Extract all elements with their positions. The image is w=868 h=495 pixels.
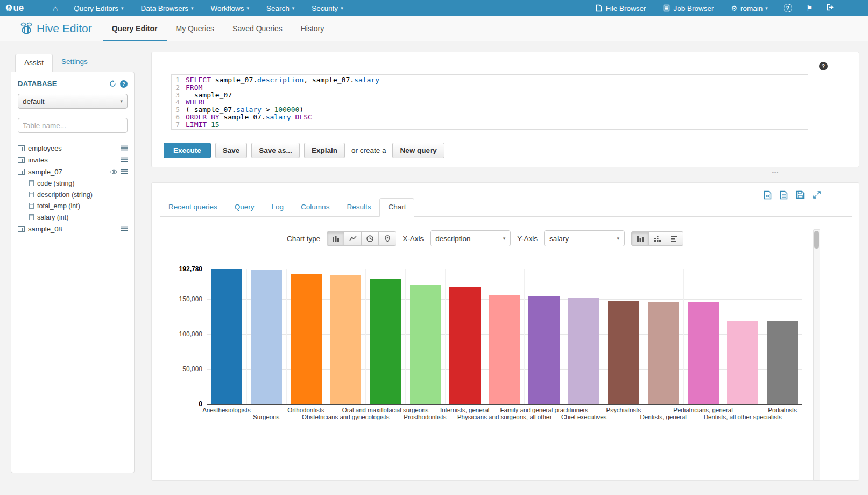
table-menu-icon[interactable]	[121, 169, 128, 174]
chart-bar[interactable]	[767, 321, 798, 404]
table-filter-input[interactable]	[18, 118, 128, 133]
table-row[interactable]: employees	[18, 142, 128, 154]
sql-token: DESC	[291, 113, 312, 121]
column-icon	[29, 214, 34, 220]
column-row[interactable]: description (string)	[18, 189, 128, 200]
tab-my-queries[interactable]: My Queries	[167, 16, 224, 41]
page-title: Hive Editor	[37, 22, 92, 35]
y-axis-tick-label: 50,000	[152, 365, 202, 373]
chart-bar[interactable]	[211, 269, 242, 404]
hue-hive-editor-app: ⚙ue ⌂ Query Editors ▾ Data Browsers ▾ Wo…	[0, 0, 868, 495]
table-name: sample_07	[28, 168, 62, 176]
help-icon[interactable]: ?	[120, 80, 128, 88]
chart-bar[interactable]	[449, 287, 481, 404]
download-csv-icon[interactable]	[780, 190, 788, 200]
table-list: employeesinvitessample_07code (string)de…	[18, 142, 128, 235]
code-line: 2FROM	[172, 84, 808, 91]
gridline-vertical	[524, 269, 525, 404]
results-scrollbar[interactable]	[813, 229, 820, 481]
chart-bar[interactable]	[410, 285, 441, 404]
execute-button[interactable]: Execute	[164, 143, 211, 158]
explain-button[interactable]: Explain	[304, 143, 345, 158]
table-menu-icon[interactable]	[121, 157, 128, 162]
code-line: 3 sample_07	[172, 91, 808, 99]
code-text: ORDER BY sample_07.salary DESC	[184, 114, 312, 121]
chart-bar[interactable]	[370, 279, 401, 404]
sql-token: sample_07.	[211, 76, 257, 84]
sql-token: ORDER BY	[186, 113, 220, 121]
feedback-button[interactable]: ⚑	[799, 0, 820, 16]
clipboard-icon	[663, 4, 670, 12]
tab-settings[interactable]: Settings	[53, 53, 96, 72]
menu-label: Data Browsers	[140, 4, 188, 12]
table-row[interactable]: sample_07	[18, 166, 128, 178]
table-menu-icon[interactable]	[121, 145, 128, 151]
download-excel-icon[interactable]	[764, 190, 772, 200]
menu-workflows[interactable]: Workflows ▾	[202, 0, 258, 16]
gridline-vertical	[644, 269, 644, 404]
tab-query-editor[interactable]: Query Editor	[103, 16, 167, 41]
column-row[interactable]: total_emp (int)	[18, 200, 128, 211]
chevron-down-icon: ▾	[292, 5, 295, 11]
editor-help-icon[interactable]: ?	[819, 62, 828, 70]
job-browser-button[interactable]: Job Browser	[654, 0, 722, 16]
home-button[interactable]: ⌂	[45, 4, 65, 13]
chart-bar[interactable]	[291, 274, 322, 404]
chart-bar[interactable]	[251, 270, 282, 404]
database-select[interactable]: default ▾	[18, 94, 128, 109]
chart-bar[interactable]	[330, 275, 361, 404]
expand-results-icon[interactable]	[813, 190, 821, 200]
chart-bar[interactable]	[528, 296, 560, 404]
panel-resize-handle[interactable]: •••	[761, 170, 790, 175]
x-axis-line	[207, 404, 802, 405]
column-row[interactable]: code (string)	[18, 178, 128, 189]
logout-button[interactable]	[820, 0, 841, 16]
tab-saved-queries[interactable]: Saved Queries	[223, 16, 292, 41]
column-row[interactable]: salary (int)	[18, 211, 128, 223]
new-query-button[interactable]: New query	[392, 143, 444, 158]
chart-bar[interactable]	[489, 295, 520, 404]
column-icon	[29, 192, 34, 197]
logout-icon	[827, 4, 834, 12]
menu-label: Workflows	[210, 4, 244, 12]
app-header: Hive Editor Query Editor My Queries Save…	[0, 16, 868, 41]
table-row[interactable]: invites	[18, 154, 128, 166]
x-axis-category-label: Pediatricians, general	[673, 407, 733, 413]
chart-bar[interactable]	[727, 321, 758, 404]
tab-history[interactable]: History	[292, 16, 334, 41]
editor-tabs: Query Editor My Queries Saved Queries Hi…	[103, 16, 334, 41]
menu-query-editors[interactable]: Query Editors ▾	[65, 0, 132, 16]
tab-assist[interactable]: Assist	[15, 54, 53, 72]
username: romain	[740, 4, 763, 12]
job-browser-label: Job Browser	[673, 4, 714, 12]
user-menu[interactable]: ⚙ romain ▾	[722, 0, 776, 16]
chart-bar[interactable]	[608, 301, 639, 404]
y-axis-tick-label: 100,000	[152, 330, 202, 338]
save-button[interactable]: Save	[215, 143, 248, 158]
chart-bar[interactable]	[648, 302, 679, 404]
table-menu-icon[interactable]	[121, 226, 128, 231]
gridline-vertical	[286, 269, 287, 404]
save-results-icon[interactable]	[796, 190, 805, 200]
hue-logo[interactable]: ⚙ue	[5, 3, 24, 13]
save-as-button[interactable]: Save as...	[251, 143, 300, 158]
file-browser-button[interactable]: File Browser	[587, 0, 654, 16]
menu-data-browsers[interactable]: Data Browsers ▾	[132, 0, 202, 16]
sql-token: ( sample_07.	[186, 105, 236, 114]
menu-security[interactable]: Security ▾	[303, 0, 351, 16]
chart-bar[interactable]	[688, 302, 719, 404]
hue-logo-text: ue	[13, 3, 24, 13]
help-icon: ?	[784, 4, 792, 12]
column-name: code (string)	[37, 180, 74, 187]
sql-code-editor[interactable]: 1SELECT sample_07.description, sample_07…	[171, 74, 808, 130]
refresh-icon[interactable]	[109, 80, 116, 87]
menu-label: Security	[312, 4, 338, 12]
eye-icon[interactable]	[110, 169, 118, 174]
scrollbar-thumb[interactable]	[814, 231, 819, 249]
help-button[interactable]: ?	[777, 0, 799, 16]
code-text: ( sample_07.salary > 100000)	[184, 106, 304, 114]
gridline-vertical	[246, 269, 247, 404]
menu-search[interactable]: Search ▾	[258, 0, 303, 16]
chart-bar[interactable]	[568, 298, 599, 404]
table-row[interactable]: sample_08	[18, 223, 128, 235]
